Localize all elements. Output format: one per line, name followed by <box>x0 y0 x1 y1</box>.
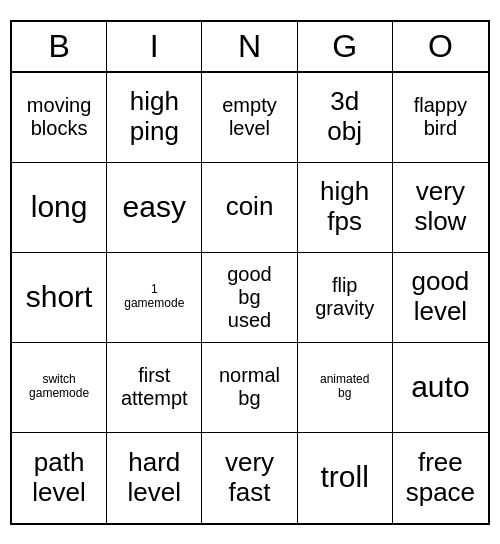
cell-label: pathlevel <box>32 448 85 508</box>
cell-label: long <box>31 190 88 225</box>
cell-label: easy <box>123 190 186 225</box>
cell-label: goodbgused <box>227 263 272 332</box>
bingo-cell[interactable]: goodlevel <box>393 253 488 343</box>
cell-label: highping <box>130 87 179 147</box>
cell-label: short <box>26 280 93 315</box>
cell-label: emptylevel <box>222 94 276 140</box>
cell-label: troll <box>321 460 369 495</box>
bingo-cell[interactable]: emptylevel <box>202 73 297 163</box>
bingo-cell[interactable]: animatedbg <box>298 343 393 433</box>
bingo-cell[interactable]: goodbgused <box>202 253 297 343</box>
cell-label: flappybird <box>414 94 467 140</box>
cell-label: freespace <box>406 448 475 508</box>
header-letter: N <box>202 22 297 71</box>
header-letter: I <box>107 22 202 71</box>
bingo-cell[interactable]: firstattempt <box>107 343 202 433</box>
bingo-cell[interactable]: freespace <box>393 433 488 523</box>
bingo-cell[interactable]: movingblocks <box>12 73 107 163</box>
cell-label: animatedbg <box>320 373 369 401</box>
cell-label: normalbg <box>219 364 280 410</box>
cell-label: auto <box>411 370 469 405</box>
bingo-cell[interactable]: highping <box>107 73 202 163</box>
bingo-cell[interactable]: 1gamemode <box>107 253 202 343</box>
bingo-card: BINGO movingblockshighpingemptylevel3dob… <box>10 20 490 525</box>
cell-label: flipgravity <box>315 274 374 320</box>
bingo-cell[interactable]: 3dobj <box>298 73 393 163</box>
bingo-cell[interactable]: normalbg <box>202 343 297 433</box>
cell-label: veryslow <box>414 177 466 237</box>
bingo-cell[interactable]: veryslow <box>393 163 488 253</box>
cell-label: veryfast <box>225 448 274 508</box>
cell-label: 1gamemode <box>124 283 184 311</box>
bingo-cell[interactable]: hardlevel <box>107 433 202 523</box>
cell-label: 3dobj <box>327 87 362 147</box>
header-letter: B <box>12 22 107 71</box>
bingo-cell[interactable]: switchgamemode <box>12 343 107 433</box>
bingo-cell[interactable]: pathlevel <box>12 433 107 523</box>
bingo-cell[interactable]: flipgravity <box>298 253 393 343</box>
header-letter: G <box>298 22 393 71</box>
cell-label: firstattempt <box>121 364 188 410</box>
cell-label: hardlevel <box>128 448 181 508</box>
bingo-cell[interactable]: flappybird <box>393 73 488 163</box>
bingo-cell[interactable]: easy <box>107 163 202 253</box>
cell-label: movingblocks <box>27 94 91 140</box>
bingo-cell[interactable]: short <box>12 253 107 343</box>
bingo-cell[interactable]: troll <box>298 433 393 523</box>
bingo-cell[interactable]: long <box>12 163 107 253</box>
header-letter: O <box>393 22 488 71</box>
header-row: BINGO <box>12 22 488 73</box>
bingo-cell[interactable]: highfps <box>298 163 393 253</box>
bingo-cell[interactable]: veryfast <box>202 433 297 523</box>
cell-label: coin <box>226 192 274 222</box>
cell-label: goodlevel <box>411 267 469 327</box>
cell-label: highfps <box>320 177 369 237</box>
cell-label: switchgamemode <box>29 373 89 401</box>
bingo-cell[interactable]: auto <box>393 343 488 433</box>
bingo-cell[interactable]: coin <box>202 163 297 253</box>
bingo-grid: movingblockshighpingemptylevel3dobjflapp… <box>12 73 488 523</box>
